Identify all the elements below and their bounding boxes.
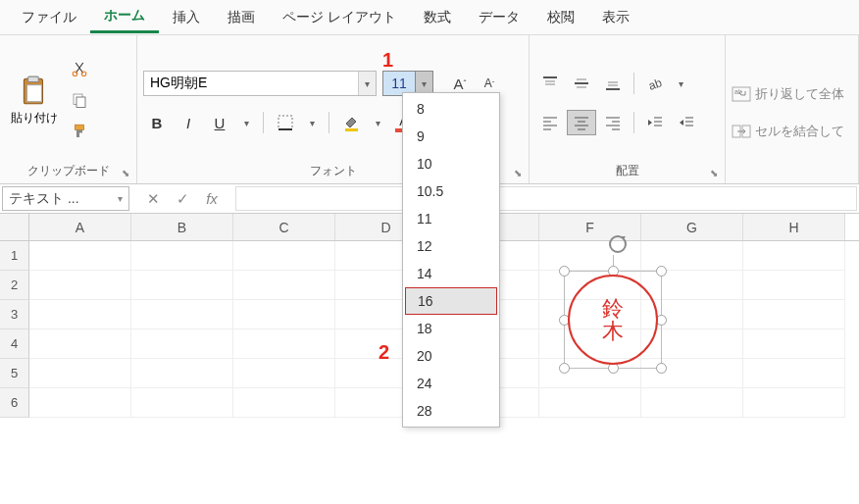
row-header-1[interactable]: 1	[0, 241, 29, 271]
cell-B2[interactable]	[131, 271, 233, 300]
clipboard-launcher[interactable]: ⬊	[119, 166, 132, 179]
font-size-option-14[interactable]: 14	[403, 260, 499, 287]
cell-C1[interactable]	[233, 241, 335, 271]
cell-H4[interactable]	[743, 329, 845, 359]
cell-C2[interactable]	[233, 271, 335, 300]
cell-B5[interactable]	[131, 359, 233, 388]
align-left-button[interactable]	[535, 110, 565, 135]
font-size-option-8[interactable]: 8	[403, 95, 499, 123]
align-top-button[interactable]	[535, 71, 565, 96]
column-header-H[interactable]: H	[743, 214, 845, 240]
stamp-circle[interactable]: 鈴 木	[568, 275, 658, 365]
cell-C4[interactable]	[233, 329, 335, 359]
confirm-formula-button[interactable]: ✓	[171, 190, 194, 208]
cell-C6[interactable]	[233, 388, 335, 418]
font-size-option-16[interactable]: 16	[405, 287, 497, 315]
bold-button[interactable]: B	[143, 110, 171, 135]
row-header-5[interactable]: 5	[0, 359, 29, 388]
stamp-shape[interactable]: 鈴 木	[554, 261, 682, 408]
cell-B1[interactable]	[131, 241, 233, 271]
row-header-3[interactable]: 3	[0, 300, 29, 329]
cancel-formula-button[interactable]: ✕	[141, 190, 165, 208]
fill-caret-icon[interactable]: ▾	[369, 111, 386, 134]
orientation-caret-icon[interactable]: ▾	[672, 72, 689, 95]
underline-button[interactable]: U	[206, 110, 233, 135]
cell-H2[interactable]	[743, 271, 845, 300]
fx-button[interactable]: fx	[200, 190, 224, 207]
font-size-option-20[interactable]: 20	[403, 342, 499, 370]
tab-home[interactable]: ホーム	[90, 1, 159, 33]
cell-B3[interactable]	[131, 300, 233, 329]
merge-cells-button[interactable]: セルを結合して	[732, 123, 852, 140]
cell-A2[interactable]	[29, 271, 131, 300]
font-size-option-24[interactable]: 24	[403, 370, 499, 397]
cell-H6[interactable]	[743, 388, 845, 418]
resize-handle-se[interactable]	[656, 363, 667, 374]
fill-color-button[interactable]	[337, 110, 365, 135]
font-size-option-10[interactable]: 10	[403, 150, 499, 177]
increase-indent-button[interactable]	[672, 110, 701, 135]
align-middle-button[interactable]	[567, 71, 596, 96]
cell-H1[interactable]	[743, 241, 845, 271]
font-name-input[interactable]	[144, 76, 358, 91]
resize-handle-ne[interactable]	[656, 266, 667, 277]
resize-handle-nw[interactable]	[559, 266, 570, 277]
column-header-G[interactable]: G	[641, 214, 743, 240]
row-header-4[interactable]: 4	[0, 329, 29, 359]
font-name-caret-icon[interactable]: ▾	[358, 72, 376, 95]
font-size-option-11[interactable]: 11	[403, 205, 499, 232]
cell-A3[interactable]	[29, 300, 131, 329]
cell-A5[interactable]	[29, 359, 131, 388]
cut-button[interactable]	[67, 56, 92, 81]
tab-view[interactable]: 表示	[588, 3, 643, 32]
copy-button[interactable]	[67, 87, 92, 113]
column-header-A[interactable]: A	[29, 214, 131, 240]
cell-B4[interactable]	[131, 329, 233, 359]
tab-draw[interactable]: 描画	[214, 3, 269, 32]
font-launcher[interactable]: ⬊	[511, 166, 525, 179]
rotate-handle-icon[interactable]	[607, 233, 629, 255]
cell-H3[interactable]	[743, 300, 845, 329]
format-painter-button[interactable]	[67, 119, 92, 144]
font-size-option-10.5[interactable]: 10.5	[403, 177, 499, 205]
alignment-launcher[interactable]: ⬊	[707, 166, 721, 179]
tab-file[interactable]: ファイル	[8, 3, 90, 32]
cell-A6[interactable]	[29, 388, 131, 418]
tab-layout[interactable]: ページ レイアウト	[269, 3, 410, 32]
align-center-button[interactable]	[567, 110, 596, 135]
font-size-option-18[interactable]: 18	[403, 315, 499, 342]
select-all-corner[interactable]	[0, 214, 29, 240]
wrap-text-button[interactable]: ab 折り返して全体	[732, 85, 852, 103]
tab-formulas[interactable]: 数式	[410, 3, 465, 32]
cell-A4[interactable]	[29, 329, 131, 359]
font-size-option-28[interactable]: 28	[403, 397, 499, 425]
row-header-2[interactable]: 2	[0, 271, 29, 300]
orientation-button[interactable]: ab	[640, 71, 670, 96]
align-bottom-button[interactable]	[598, 71, 628, 96]
tab-review[interactable]: 校閲	[533, 3, 588, 32]
column-header-B[interactable]: B	[131, 214, 233, 240]
cell-A1[interactable]	[29, 241, 131, 271]
font-name-combo[interactable]: ▾	[143, 71, 377, 96]
column-header-C[interactable]: C	[233, 214, 335, 240]
formula-input[interactable]	[235, 186, 857, 211]
decrease-indent-button[interactable]	[640, 110, 670, 135]
row-header-6[interactable]: 6	[0, 388, 29, 418]
cell-C5[interactable]	[233, 359, 335, 388]
tab-data[interactable]: データ	[465, 3, 533, 32]
border-caret-icon[interactable]: ▾	[303, 111, 321, 134]
cell-H5[interactable]	[743, 359, 845, 388]
cell-C3[interactable]	[233, 300, 335, 329]
resize-handle-sw[interactable]	[559, 363, 570, 374]
align-right-button[interactable]	[598, 110, 628, 135]
font-size-option-12[interactable]: 12	[403, 232, 499, 260]
name-box[interactable]: テキスト ... ▾	[2, 186, 129, 211]
tab-insert[interactable]: 挿入	[159, 3, 214, 32]
font-size-option-9[interactable]: 9	[403, 123, 499, 150]
paste-button[interactable]: 貼り付け	[6, 71, 63, 130]
cell-B6[interactable]	[131, 388, 233, 418]
name-box-caret-icon[interactable]: ▾	[118, 193, 123, 204]
italic-button[interactable]: I	[175, 110, 202, 135]
border-button[interactable]	[272, 110, 299, 135]
underline-caret-icon[interactable]: ▾	[237, 111, 255, 134]
